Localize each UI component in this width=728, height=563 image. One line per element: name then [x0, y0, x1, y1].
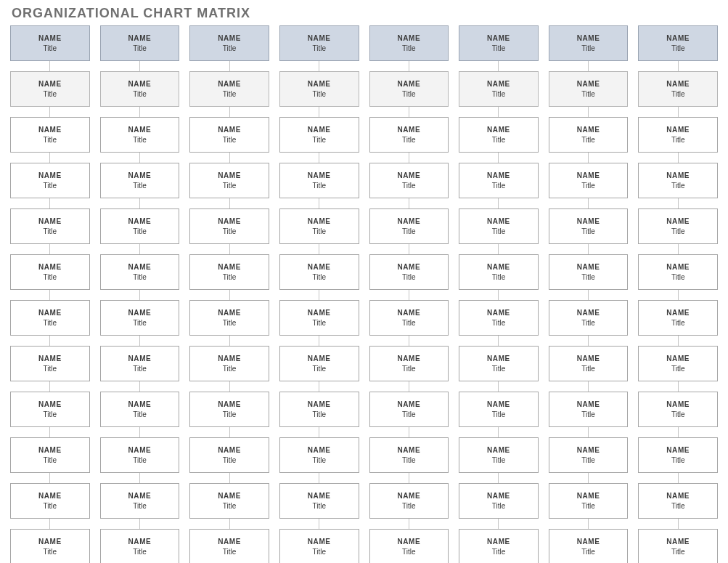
- org-box[interactable]: NAMETitle: [189, 437, 269, 473]
- org-box[interactable]: NAMETitle: [369, 529, 449, 563]
- org-box[interactable]: NAMETitle: [638, 300, 718, 336]
- org-box[interactable]: NAMETitle: [549, 437, 629, 473]
- org-box[interactable]: NAMETitle: [279, 208, 359, 244]
- org-box[interactable]: NAMETitle: [549, 483, 629, 519]
- org-box[interactable]: NAMETitle: [100, 117, 180, 153]
- org-box[interactable]: NAMETitle: [189, 529, 269, 563]
- org-header-box[interactable]: NAMETitle: [279, 25, 359, 61]
- org-box[interactable]: NAMETitle: [100, 208, 180, 244]
- org-box[interactable]: NAMETitle: [369, 208, 449, 244]
- org-sub-box[interactable]: NAMETitle: [10, 71, 90, 107]
- org-header-box[interactable]: NAMETitle: [10, 25, 90, 61]
- org-box[interactable]: NAMETitle: [10, 117, 90, 153]
- org-box[interactable]: NAMETitle: [459, 346, 539, 381]
- org-box[interactable]: NAMETitle: [549, 346, 629, 381]
- org-box[interactable]: NAMETitle: [10, 483, 90, 519]
- org-box[interactable]: NAMETitle: [638, 529, 718, 563]
- org-box[interactable]: NAMETitle: [638, 437, 718, 473]
- org-box[interactable]: NAMETitle: [459, 163, 539, 198]
- org-box[interactable]: NAMETitle: [100, 529, 180, 563]
- org-box[interactable]: NAMETitle: [549, 117, 629, 153]
- org-box[interactable]: NAMETitle: [369, 392, 449, 427]
- org-box[interactable]: NAMETitle: [189, 346, 269, 381]
- org-box[interactable]: NAMETitle: [189, 483, 269, 519]
- org-box[interactable]: NAMETitle: [638, 254, 718, 290]
- org-box[interactable]: NAMETitle: [369, 163, 449, 198]
- org-box[interactable]: NAMETitle: [279, 300, 359, 336]
- org-header-box[interactable]: NAMETitle: [459, 25, 539, 61]
- org-box[interactable]: NAMETitle: [189, 392, 269, 427]
- org-box[interactable]: NAMETitle: [459, 208, 539, 244]
- org-sub-box[interactable]: NAMETitle: [549, 71, 629, 107]
- person-title: Title: [402, 44, 416, 53]
- person-name: NAME: [308, 446, 331, 455]
- connector-line: [588, 290, 589, 300]
- org-sub-box[interactable]: NAMETitle: [459, 71, 539, 107]
- org-header-box[interactable]: NAMETitle: [638, 25, 718, 61]
- org-box[interactable]: NAMETitle: [189, 300, 269, 336]
- org-box[interactable]: NAMETitle: [549, 392, 629, 427]
- org-box[interactable]: NAMETitle: [189, 254, 269, 290]
- org-cell-wrap: NAMETitle: [369, 254, 449, 300]
- org-box[interactable]: NAMETitle: [638, 483, 718, 519]
- org-box[interactable]: NAMETitle: [549, 254, 629, 290]
- org-box[interactable]: NAMETitle: [638, 346, 718, 381]
- org-box[interactable]: NAMETitle: [459, 117, 539, 153]
- org-box[interactable]: NAMETitle: [189, 163, 269, 198]
- org-box[interactable]: NAMETitle: [279, 254, 359, 290]
- org-header-box[interactable]: NAMETitle: [549, 25, 629, 61]
- org-header-box[interactable]: NAMETitle: [100, 25, 180, 61]
- org-box[interactable]: NAMETitle: [369, 254, 449, 290]
- org-sub-box[interactable]: NAMETitle: [638, 71, 718, 107]
- org-box[interactable]: NAMETitle: [369, 300, 449, 336]
- org-box[interactable]: NAMETitle: [100, 483, 180, 519]
- org-box[interactable]: NAMETitle: [10, 529, 90, 563]
- org-sub-box[interactable]: NAMETitle: [189, 71, 269, 107]
- org-box[interactable]: NAMETitle: [10, 346, 90, 381]
- org-box[interactable]: NAMETitle: [369, 437, 449, 473]
- org-box[interactable]: NAMETitle: [100, 437, 180, 473]
- org-header-box[interactable]: NAMETitle: [189, 25, 269, 61]
- org-box[interactable]: NAMETitle: [459, 392, 539, 427]
- org-box[interactable]: NAMETitle: [459, 437, 539, 473]
- org-box[interactable]: NAMETitle: [638, 117, 718, 153]
- org-header-box[interactable]: NAMETitle: [369, 25, 449, 61]
- org-box[interactable]: NAMETitle: [189, 208, 269, 244]
- org-box[interactable]: NAMETitle: [100, 163, 180, 198]
- org-box[interactable]: NAMETitle: [10, 163, 90, 198]
- org-box[interactable]: NAMETitle: [279, 392, 359, 427]
- org-box[interactable]: NAMETitle: [459, 529, 539, 563]
- org-box[interactable]: NAMETitle: [369, 346, 449, 381]
- org-box[interactable]: NAMETitle: [100, 346, 180, 381]
- org-sub-box[interactable]: NAMETitle: [369, 71, 449, 107]
- org-box[interactable]: NAMETitle: [10, 300, 90, 336]
- org-box[interactable]: NAMETitle: [549, 529, 629, 563]
- org-box[interactable]: NAMETitle: [549, 300, 629, 336]
- org-box[interactable]: NAMETitle: [189, 117, 269, 153]
- org-box[interactable]: NAMETitle: [10, 392, 90, 427]
- org-box[interactable]: NAMETitle: [279, 437, 359, 473]
- org-sub-box[interactable]: NAMETitle: [279, 71, 359, 107]
- org-box[interactable]: NAMETitle: [279, 346, 359, 381]
- org-box[interactable]: NAMETitle: [100, 392, 180, 427]
- org-box[interactable]: NAMETitle: [369, 483, 449, 519]
- org-sub-box[interactable]: NAMETitle: [100, 71, 180, 107]
- org-box[interactable]: NAMETitle: [459, 483, 539, 519]
- org-box[interactable]: NAMETitle: [279, 163, 359, 198]
- org-box[interactable]: NAMETitle: [638, 163, 718, 198]
- org-box[interactable]: NAMETitle: [10, 254, 90, 290]
- org-box[interactable]: NAMETitle: [549, 208, 629, 244]
- org-box[interactable]: NAMETitle: [100, 300, 180, 336]
- org-box[interactable]: NAMETitle: [459, 254, 539, 290]
- org-box[interactable]: NAMETitle: [279, 529, 359, 563]
- org-box[interactable]: NAMETitle: [638, 208, 718, 244]
- org-box[interactable]: NAMETitle: [369, 117, 449, 153]
- org-box[interactable]: NAMETitle: [100, 254, 180, 290]
- org-box[interactable]: NAMETitle: [10, 208, 90, 244]
- org-box[interactable]: NAMETitle: [279, 483, 359, 519]
- org-box[interactable]: NAMETitle: [279, 117, 359, 153]
- org-box[interactable]: NAMETitle: [638, 392, 718, 427]
- org-box[interactable]: NAMETitle: [10, 437, 90, 473]
- org-box[interactable]: NAMETitle: [459, 300, 539, 336]
- org-box[interactable]: NAMETitle: [549, 163, 629, 198]
